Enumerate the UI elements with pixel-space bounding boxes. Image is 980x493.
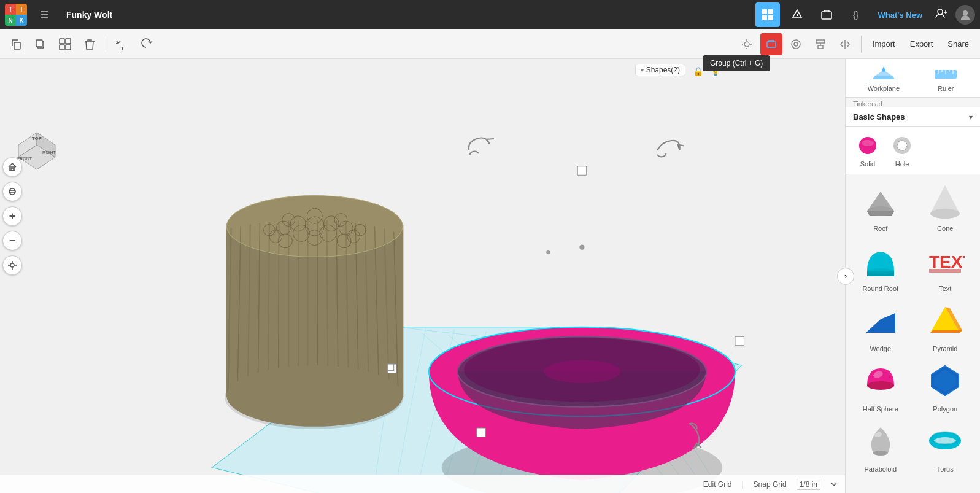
shape-item-paraboloid[interactable]: Paraboloid [851, 420, 911, 473]
separator2 [861, 36, 862, 53]
svg-rect-15 [60, 45, 64, 50]
svg-point-9 [963, 10, 968, 15]
svg-rect-0 [762, 9, 767, 14]
svg-point-73 [226, 195, 403, 257]
svg-rect-2 [762, 15, 767, 20]
shape-item-torus[interactable]: Torus [916, 420, 976, 473]
menu-icon[interactable]: ☰ [32, 2, 56, 27]
solid-option[interactable]: Solid [855, 133, 880, 168]
scene-svg [0, 59, 845, 493]
svg-rect-36 [11, 168, 14, 171]
svg-point-143 [867, 206, 894, 216]
import-button[interactable]: Import [866, 33, 901, 55]
logo-n: N [5, 15, 16, 26]
zoom-in-button[interactable]: + [2, 206, 22, 226]
svg-rect-14 [66, 39, 71, 44]
mirror-button[interactable] [834, 33, 856, 55]
group-button[interactable] [760, 33, 782, 55]
home-view-button[interactable] [2, 157, 22, 177]
shape-item-polygon[interactable]: Polygon [916, 360, 976, 413]
shape-item-wedge[interactable]: Wedge [851, 300, 911, 352]
solid-label: Solid [860, 160, 875, 168]
share-button[interactable]: Share [941, 33, 975, 55]
tools-icon[interactable] [785, 2, 809, 27]
shape-label-roof: Roof [873, 225, 887, 232]
viewport-controls: + − [2, 157, 22, 275]
svg-point-117 [544, 360, 620, 383]
solid-hole-row: Solid Hole [846, 127, 980, 174]
svg-text:TEXT: TEXT [929, 252, 965, 271]
top-navigation: T I N K ☰ Funky Wolt {} What's New [0, 0, 980, 29]
shapes-count: ▾ Shapes(2) [635, 64, 685, 76]
shape-item-half-sphere[interactable]: Half Sphere [851, 360, 911, 413]
logo-k: K [16, 15, 27, 26]
projects-icon[interactable] [814, 2, 839, 27]
ruler-button[interactable]: Ruler [933, 64, 958, 92]
svg-point-156 [867, 381, 894, 390]
svg-point-17 [744, 42, 749, 47]
main-area: ▾ Shapes(2) 🔒 💡 TOP FRONT RIGHT [0, 59, 980, 493]
grid-view-icon[interactable] [755, 2, 780, 27]
group-tooltip: Group (Ctrl + G) [703, 55, 770, 71]
whats-new-button[interactable]: What's New [873, 10, 927, 20]
hole-option[interactable]: Hole [890, 133, 914, 168]
svg-point-125 [546, 250, 550, 254]
shape-row-5: Paraboloid Torus [851, 420, 975, 473]
zoom-out-button[interactable]: − [2, 231, 22, 250]
codeblocks-icon[interactable]: {} [844, 2, 868, 27]
separator [106, 36, 106, 53]
undo-button[interactable] [111, 33, 133, 55]
svg-rect-10 [14, 42, 20, 49]
workplane-label: Workplane [868, 85, 900, 92]
shapes-scroll: Roof Cone [846, 174, 980, 493]
redo-button[interactable] [136, 33, 158, 55]
edit-grid-label[interactable]: Edit Grid [703, 480, 732, 489]
shape-row-2: Round Roof TEXT Text [851, 239, 975, 292]
delete-button[interactable] [79, 33, 101, 55]
ruler-label: Ruler [938, 85, 954, 92]
orbit-button[interactable] [2, 182, 22, 201]
shape-label-pyramid: Pyramid [933, 345, 957, 352]
user-avatar[interactable] [955, 5, 975, 25]
export-button[interactable]: Export [904, 33, 939, 55]
shape-lib-dropdown[interactable]: ▾ [969, 113, 973, 122]
light-view-button[interactable] [736, 33, 758, 55]
svg-rect-123 [387, 364, 393, 370]
shape-item-pyramid[interactable]: Pyramid [916, 300, 976, 352]
svg-point-6 [938, 9, 943, 14]
multiselect-button[interactable] [54, 33, 76, 55]
ungroup-button[interactable] [785, 33, 807, 55]
svg-rect-35 [10, 167, 15, 171]
svg-point-161 [873, 451, 888, 456]
tinkercad-logo[interactable]: T I N K [5, 4, 27, 26]
snap-grid-value[interactable]: 1/8 in [797, 479, 820, 490]
shape-label-cone: Cone [937, 225, 953, 232]
svg-rect-149 [929, 269, 961, 273]
collapse-panel-button[interactable]: › [837, 268, 854, 285]
svg-rect-25 [816, 40, 825, 43]
svg-marker-155 [930, 330, 962, 333]
shape-row-4: Half Sphere Polygon [851, 360, 975, 413]
fit-view-button[interactable] [2, 255, 22, 275]
duplicate-button[interactable] [29, 33, 52, 55]
snap-grid-label: Snap Grid [754, 480, 787, 489]
shape-item-cone[interactable]: Cone [916, 179, 976, 232]
hole-label: Hole [895, 160, 909, 168]
svg-point-38 [9, 190, 15, 193]
shape-lib-header: Basic Shapes ▾ [846, 107, 980, 127]
svg-rect-26 [818, 45, 823, 49]
svg-rect-13 [60, 39, 64, 44]
shape-item-text[interactable]: TEXT Text [916, 239, 976, 292]
project-name[interactable]: Funky Wolt [66, 10, 112, 20]
shape-item-round-roof[interactable]: Round Roof [851, 239, 911, 292]
svg-rect-1 [768, 9, 773, 14]
add-user-icon[interactable] [932, 4, 951, 26]
svg-point-145 [930, 209, 960, 219]
workplane-button[interactable]: Workplane [868, 64, 900, 92]
svg-rect-22 [767, 42, 776, 47]
align-button[interactable] [809, 33, 831, 55]
viewport[interactable]: ▾ Shapes(2) 🔒 💡 TOP FRONT RIGHT [0, 59, 845, 493]
copy-button[interactable] [5, 33, 27, 55]
shape-item-roof[interactable]: Roof [851, 179, 911, 232]
svg-rect-119 [735, 336, 744, 346]
